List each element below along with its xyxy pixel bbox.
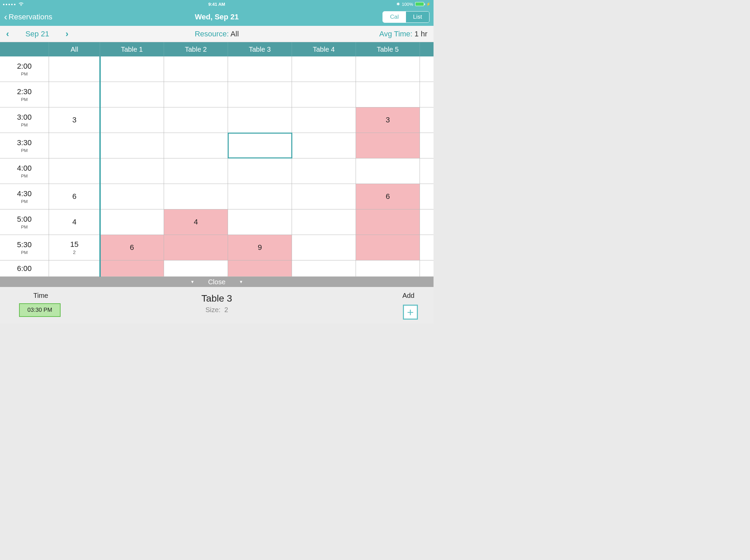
time-cell: 2:30PM bbox=[0, 82, 49, 107]
header-all[interactable]: All bbox=[49, 42, 100, 56]
grid-row: 6:00 bbox=[0, 260, 434, 277]
back-label: Reservations bbox=[9, 13, 52, 21]
slot-cell[interactable] bbox=[356, 133, 420, 158]
page-title: Wed, Sep 21 bbox=[195, 13, 239, 21]
seg-list[interactable]: List bbox=[406, 12, 429, 22]
battery-icon bbox=[415, 2, 424, 6]
add-button[interactable]: + bbox=[403, 305, 418, 320]
header-table-3[interactable]: Table 3 bbox=[228, 42, 292, 56]
time-period: PM bbox=[21, 173, 28, 179]
chevron-down-icon: ▼ bbox=[239, 279, 243, 284]
slot-cell[interactable] bbox=[356, 209, 420, 235]
status-time: 9:41 AM bbox=[208, 2, 225, 7]
slot-cell[interactable] bbox=[356, 260, 420, 276]
grid-row: 5:30PM15269 bbox=[0, 235, 434, 260]
slot-cell[interactable] bbox=[100, 158, 164, 184]
chevron-down-icon: ▼ bbox=[191, 279, 195, 284]
all-cell[interactable]: 152 bbox=[49, 235, 100, 260]
slot-cell[interactable] bbox=[164, 56, 228, 82]
slot-cell[interactable] bbox=[100, 209, 164, 235]
grid-row: 2:00PM bbox=[0, 56, 434, 82]
slot-cell[interactable]: 9 bbox=[228, 235, 292, 260]
slot-cell[interactable] bbox=[228, 260, 292, 276]
slot-cell[interactable] bbox=[228, 107, 292, 133]
slot-cell[interactable] bbox=[100, 56, 164, 82]
time-cell: 3:00PM bbox=[0, 107, 49, 133]
slot-cell[interactable] bbox=[356, 235, 420, 260]
avg-time[interactable]: Avg Time: 1 hr bbox=[379, 30, 427, 38]
detail-panel: Time 03:30 PM Table 3 Size: 2 Add + bbox=[0, 287, 434, 324]
slot-cell[interactable] bbox=[100, 260, 164, 276]
close-panel-button[interactable]: ▼ Close ▼ bbox=[0, 277, 434, 287]
all-cell[interactable]: 3 bbox=[49, 107, 100, 133]
slot-cell[interactable] bbox=[100, 133, 164, 158]
slot-cell[interactable] bbox=[356, 56, 420, 82]
slot-cell[interactable]: 6 bbox=[356, 184, 420, 209]
slot-cell[interactable] bbox=[228, 184, 292, 209]
slot-cell[interactable] bbox=[228, 82, 292, 107]
slot-cell[interactable] bbox=[228, 133, 292, 158]
next-day-button[interactable]: › bbox=[65, 29, 68, 39]
sub-bar: ‹ Sep 21 › Resource: All Avg Time: 1 hr bbox=[0, 26, 434, 42]
slot-cell[interactable] bbox=[292, 158, 356, 184]
slot-cell[interactable] bbox=[292, 209, 356, 235]
header-table-1[interactable]: Table 1 bbox=[100, 42, 164, 56]
slot-cell[interactable] bbox=[356, 158, 420, 184]
all-count: 3 bbox=[72, 116, 76, 124]
header-table-5[interactable]: Table 5 bbox=[356, 42, 420, 56]
grid-row: 3:30PM bbox=[0, 133, 434, 158]
slot-cell[interactable] bbox=[100, 184, 164, 209]
slot-cell[interactable] bbox=[164, 82, 228, 107]
slot-cell[interactable] bbox=[164, 260, 228, 276]
all-cell[interactable]: 6 bbox=[49, 184, 100, 209]
slot-cell[interactable] bbox=[292, 82, 356, 107]
all-cell[interactable] bbox=[49, 56, 100, 82]
all-cell[interactable] bbox=[49, 133, 100, 158]
all-cell[interactable] bbox=[49, 260, 100, 276]
slot-cell[interactable] bbox=[164, 235, 228, 260]
header-table-4[interactable]: Table 4 bbox=[292, 42, 356, 56]
slot-cell[interactable] bbox=[292, 107, 356, 133]
resource-filter[interactable]: Resource: All bbox=[195, 30, 239, 38]
slot-cell[interactable] bbox=[164, 158, 228, 184]
all-count: 4 bbox=[72, 218, 76, 226]
all-cell[interactable]: 4 bbox=[49, 209, 100, 235]
slot-cell[interactable]: 6 bbox=[100, 235, 164, 260]
avg-time-value: 1 hr bbox=[414, 30, 427, 38]
slot-cell[interactable] bbox=[356, 82, 420, 107]
slot-cell[interactable] bbox=[292, 260, 356, 276]
resource-label: Resource: bbox=[195, 30, 229, 38]
slot-cell[interactable] bbox=[164, 184, 228, 209]
edge-cell bbox=[420, 260, 434, 276]
slot-cell[interactable] bbox=[164, 107, 228, 133]
prev-day-button[interactable]: ‹ bbox=[6, 29, 9, 39]
slot-cell[interactable]: 4 bbox=[164, 209, 228, 235]
slot-cell[interactable] bbox=[228, 209, 292, 235]
back-button[interactable]: ‹ Reservations bbox=[4, 12, 52, 22]
time-value: 3:30 bbox=[17, 138, 32, 147]
all-cell[interactable] bbox=[49, 158, 100, 184]
slot-cell[interactable]: 3 bbox=[356, 107, 420, 133]
slot-cell[interactable] bbox=[228, 56, 292, 82]
time-picker[interactable]: 03:30 PM bbox=[19, 303, 61, 317]
slot-cell[interactable] bbox=[100, 107, 164, 133]
slot-cell[interactable] bbox=[292, 184, 356, 209]
slot-cell[interactable] bbox=[164, 133, 228, 158]
slot-cell[interactable] bbox=[100, 82, 164, 107]
slot-cell[interactable] bbox=[292, 56, 356, 82]
current-date[interactable]: Sep 21 bbox=[26, 30, 49, 38]
header-table-2[interactable]: Table 2 bbox=[164, 42, 228, 56]
battery-percent: 100% bbox=[402, 2, 413, 7]
time-cell: 4:30PM bbox=[0, 184, 49, 209]
grid-row: 3:00PM33 bbox=[0, 107, 434, 133]
time-period: PM bbox=[21, 224, 28, 230]
time-value: 5:00 bbox=[17, 215, 32, 224]
time-period: PM bbox=[21, 71, 28, 77]
edge-cell bbox=[420, 133, 434, 158]
seg-cal[interactable]: Cal bbox=[383, 12, 406, 22]
all-cell[interactable] bbox=[49, 82, 100, 107]
slot-cell[interactable] bbox=[292, 235, 356, 260]
slot-cell[interactable] bbox=[228, 158, 292, 184]
slot-cell[interactable] bbox=[292, 133, 356, 158]
header-edge bbox=[420, 42, 434, 56]
